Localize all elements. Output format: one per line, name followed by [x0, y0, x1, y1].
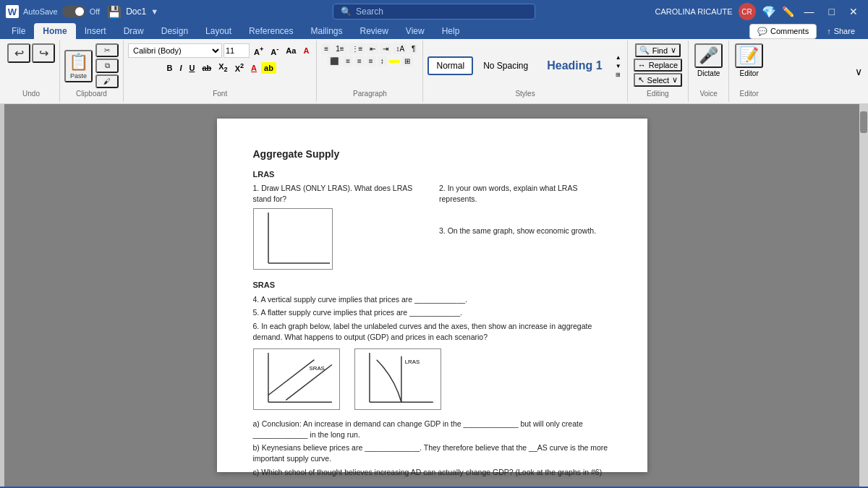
multilevel-button[interactable]: ⋮≡	[349, 43, 366, 54]
right-scrollbar[interactable]	[859, 104, 868, 487]
tab-layout[interactable]: Layout	[197, 23, 240, 39]
word-icon: W	[6, 5, 19, 18]
highlight-button[interactable]: ab	[261, 62, 276, 74]
editor-button[interactable]: 📝	[735, 43, 763, 68]
lras-right-col: 2. In your own words, explain what LRAS …	[439, 183, 611, 274]
replace-icon: ↔	[638, 61, 646, 69]
clipboard-group: 📋 Paste ✂ ⧉ 🖌 Clipboard	[60, 40, 124, 102]
tab-insert[interactable]: Insert	[76, 23, 115, 39]
sras-graph-container: SRAS	[253, 348, 340, 413]
font-family-select[interactable]: Calibri (Body)	[128, 43, 222, 58]
graphs-row: SRAS LRAS	[253, 348, 611, 413]
editing-group: 🔍 Find ∨ ↔ Replace ↖ Select ∨ Editing	[628, 40, 689, 102]
bullets-button[interactable]: ≡	[321, 43, 331, 54]
tab-review[interactable]: Review	[352, 23, 397, 39]
font-shrink-button[interactable]: A-	[268, 44, 281, 58]
bold-button[interactable]: B	[163, 62, 175, 74]
tab-view[interactable]: View	[397, 23, 433, 39]
align-center-button[interactable]: ≡	[343, 56, 353, 67]
cut-button[interactable]: ✂	[95, 43, 119, 57]
italic-button[interactable]: I	[176, 62, 184, 74]
border-button[interactable]: ⊞	[401, 56, 413, 67]
format-painter-button[interactable]: 🖌	[95, 74, 119, 88]
sort-button[interactable]: ↕A	[393, 43, 407, 54]
justify-button[interactable]: ≡	[366, 56, 376, 67]
shading-button[interactable]	[388, 60, 400, 63]
autosave-toggle[interactable]	[62, 6, 85, 17]
paste-button[interactable]: 📋 Paste	[64, 50, 93, 82]
share-button[interactable]: ↑ Share	[820, 25, 862, 38]
svg-line-4	[268, 359, 313, 395]
left-margin	[0, 104, 4, 487]
styles-scroll: ▲ ▼ ⊞	[614, 53, 623, 79]
scroll-down-arrow[interactable]: ▼	[614, 62, 623, 70]
scroll-up-arrow[interactable]: ▲	[614, 53, 623, 61]
font-group: Calibri (Body) A+ A- Aa A B I U ab X2 X2…	[124, 40, 317, 102]
undo-button[interactable]: ↩	[7, 43, 30, 63]
doc-dropdown[interactable]: ▼	[150, 7, 158, 16]
subscript-button[interactable]: X2	[216, 61, 230, 74]
change-case-button[interactable]: Aa	[283, 45, 299, 56]
align-right-button[interactable]: ≡	[354, 56, 365, 67]
tab-references[interactable]: References	[240, 23, 302, 39]
increase-indent-button[interactable]: ⇥	[380, 43, 391, 54]
user-avatar[interactable]: CR	[739, 3, 756, 20]
editing-label: Editing	[634, 88, 683, 99]
line-spacing-button[interactable]: ↕	[378, 56, 387, 67]
save-icon[interactable]: 💾	[107, 5, 122, 19]
comments-icon: 💬	[757, 27, 767, 36]
style-no-spacing[interactable]: No Spacing	[475, 56, 537, 75]
close-button[interactable]: ✕	[845, 6, 862, 17]
lras-graph	[253, 208, 333, 270]
restore-button[interactable]: □	[825, 6, 839, 17]
scroll-more-arrow[interactable]: ⊞	[614, 71, 623, 79]
align-left-button[interactable]: ⬛	[327, 56, 341, 67]
tab-draw[interactable]: Draw	[115, 23, 153, 39]
font-color-button[interactable]: A	[248, 62, 260, 74]
diamond-icon[interactable]: 💎	[762, 5, 776, 19]
tab-file[interactable]: File	[3, 23, 34, 39]
clear-format-button[interactable]: A	[300, 45, 312, 56]
question-4: 4. A vertical supply curve implies that …	[253, 294, 611, 305]
paragraph-label: Paragraph	[321, 88, 418, 99]
copy-button[interactable]: ⧉	[95, 59, 119, 73]
tab-help[interactable]: Help	[433, 23, 469, 39]
doc-title-text: Aggregate Supply	[253, 147, 611, 162]
editor-label: Editor	[735, 88, 763, 99]
find-button[interactable]: 🔍 Find ∨	[635, 43, 681, 57]
pen-icon[interactable]: ✏️	[782, 6, 794, 17]
comments-button[interactable]: 💬 Comments	[749, 24, 817, 39]
document-page[interactable]: Aggregate Supply LRAS 1. Draw LRAS (ONLY…	[217, 119, 647, 472]
style-normal[interactable]: Normal	[427, 56, 473, 75]
undo-group: ↩ ↪ Undo	[3, 40, 60, 102]
scrollbar-thumb[interactable]	[860, 111, 867, 133]
font-size-input[interactable]	[224, 43, 250, 58]
redo-button[interactable]: ↪	[32, 43, 55, 63]
strikethrough-button[interactable]: ab	[199, 62, 214, 74]
tab-design[interactable]: Design	[153, 23, 197, 39]
lras-graph2-container: LRAS	[354, 348, 441, 413]
minimize-button[interactable]: —	[800, 6, 819, 17]
document-area[interactable]: Aggregate Supply LRAS 1. Draw LRAS (ONLY…	[4, 104, 859, 487]
tab-home[interactable]: Home	[34, 23, 75, 39]
lras-graph2-svg: LRAS	[354, 348, 441, 410]
font-grow-button[interactable]: A+	[251, 44, 266, 58]
svg-text:SRAS: SRAS	[309, 365, 324, 372]
conclusion-b: b) Keynesians believe prices are _______…	[253, 442, 611, 463]
lras-content: 1. Draw LRAS (ONLY LRAS). What does LRAS…	[253, 183, 611, 274]
tab-mailings[interactable]: Mailings	[302, 23, 351, 39]
search-input[interactable]	[356, 7, 515, 17]
show-marks-button[interactable]: ¶	[409, 43, 418, 54]
replace-button[interactable]: ↔ Replace	[634, 59, 682, 72]
dictate-button[interactable]: 🎤	[694, 43, 723, 68]
underline-button[interactable]: U	[186, 62, 197, 74]
editor-group: 📝 Editor Editor	[729, 40, 769, 102]
select-button[interactable]: ↖ Select ∨	[634, 73, 683, 87]
decrease-indent-button[interactable]: ⇤	[367, 43, 378, 54]
doc-title: Doc1	[126, 7, 146, 17]
numbering-button[interactable]: 1≡	[333, 43, 346, 54]
clipboard-label: Clipboard	[64, 88, 119, 99]
style-heading1[interactable]: Heading 1	[538, 55, 610, 77]
ribbon-collapse[interactable]: ∨	[852, 40, 865, 102]
superscript-button[interactable]: X2	[232, 61, 247, 74]
